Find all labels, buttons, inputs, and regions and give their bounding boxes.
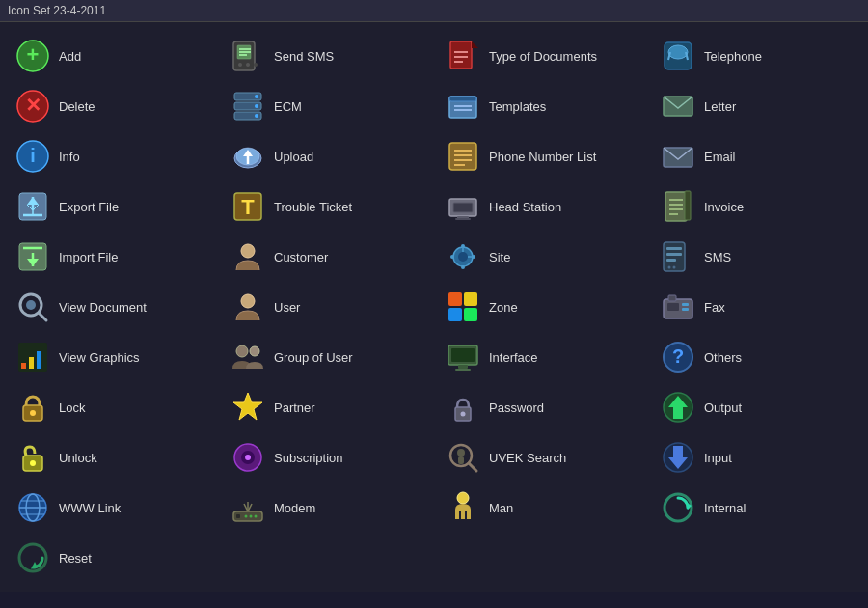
export-file-label: Export File [59,200,119,214]
icon-item-unlock[interactable]: Unlock [5,433,218,482]
icon-item-add[interactable]: +Add [5,32,218,80]
password-label: Password [489,401,544,415]
icon-item-site[interactable]: Site [435,233,648,281]
view-graphics-label: View Graphics [59,350,140,365]
upload-label: Upload [274,150,313,164]
invoice-label: Invoice [704,200,744,214]
reset-icon [14,539,51,576]
svg-point-79 [673,266,676,269]
delete-icon: ✕ [14,88,51,124]
icon-item-fax[interactable]: Fax [650,283,863,331]
svg-point-136 [457,492,469,504]
svg-point-9 [254,63,258,67]
icon-item-import-file[interactable]: Import File [5,233,218,281]
icon-item-send-sms[interactable]: Send SMS [220,32,433,80]
icon-item-ecm[interactable]: ECM [220,82,433,130]
interface-label: Interface [489,350,538,365]
icon-item-view-document[interactable]: View Document [5,283,218,331]
icon-item-uvek-search[interactable]: UVEK Search [435,433,648,482]
icon-item-head-station[interactable]: Head Station [435,182,648,231]
send-sms-icon [230,38,266,74]
icon-item-others[interactable]: ?Others [650,333,863,381]
icon-item-letter[interactable]: Letter [650,82,863,130]
svg-rect-101 [458,365,468,369]
email-icon [660,138,696,175]
svg-point-7 [238,63,242,67]
icon-item-sms[interactable]: SMS [650,233,863,281]
icon-item-modem[interactable]: Modem [220,484,433,532]
svg-point-67 [458,252,468,262]
info-icon: i [14,138,51,175]
customer-label: Customer [274,250,328,264]
icon-item-partner[interactable]: Partner [220,383,433,431]
icon-item-info[interactable]: iInfo [5,132,218,180]
man-label: Man [489,501,513,515]
icon-item-user[interactable]: User [220,283,433,331]
import-file-icon [14,238,51,275]
icon-item-type-of-documents[interactable]: Type of Documents [435,32,648,80]
head-station-label: Head Station [489,200,561,214]
trouble-ticket-icon: T [230,188,266,225]
icon-item-upload[interactable]: Upload [220,132,433,180]
svg-rect-84 [448,292,462,306]
subscription-icon [230,439,266,476]
ecm-icon [230,88,266,124]
svg-text:?: ? [672,345,684,367]
svg-rect-90 [682,303,689,306]
icon-item-email[interactable]: Email [650,132,863,180]
export-file-icon [14,188,51,225]
svg-point-131 [250,515,253,518]
type-of-documents-label: Type of Documents [489,49,597,64]
icon-grid: +AddSend SMSType of DocumentsTelephone✕D… [0,22,868,592]
icon-item-delete[interactable]: ✕Delete [5,82,218,130]
svg-rect-94 [21,363,26,369]
svg-point-116 [245,455,251,460]
icon-item-templates[interactable]: Templates [435,82,648,130]
unlock-icon [14,439,51,476]
svg-rect-87 [464,308,477,321]
icon-item-telephone[interactable]: Telephone [650,32,863,80]
icon-item-group-of-user[interactable]: Group of User [220,333,433,381]
svg-rect-102 [455,369,471,371]
upload-icon [230,138,266,175]
modem-label: Modem [274,501,315,515]
icon-item-interface[interactable]: Interface [435,333,648,381]
icon-item-output[interactable]: Output [650,383,863,431]
icon-item-subscription[interactable]: Subscription [220,433,433,482]
svg-marker-107 [233,393,262,420]
icon-item-lock[interactable]: Lock [5,383,218,431]
icon-item-internal[interactable]: Internal [650,484,863,532]
unlock-label: Unlock [59,451,97,465]
svg-point-70 [461,265,465,269]
svg-point-82 [26,300,36,310]
icon-item-www-link[interactable]: WWW Link [5,484,218,532]
icon-item-zone[interactable]: Zone [435,283,648,331]
icon-item-customer[interactable]: Customer [220,233,433,281]
zone-icon [445,289,481,325]
svg-rect-96 [37,351,41,369]
svg-text:+: + [27,42,40,67]
icon-item-password[interactable]: Password [435,383,648,431]
password-icon [445,389,481,426]
invoice-icon [660,188,696,225]
svg-rect-92 [668,295,676,301]
view-document-icon [14,289,51,325]
icon-item-trouble-ticket[interactable]: TTrouble Ticket [220,182,433,231]
svg-point-130 [245,515,248,518]
icon-item-input[interactable]: Input [650,433,863,482]
svg-rect-76 [666,253,682,256]
svg-rect-55 [665,192,687,221]
icon-item-export-file[interactable]: Export File [5,182,218,231]
output-label: Output [704,401,742,415]
icon-item-view-graphics[interactable]: View Graphics [5,333,218,381]
interface-icon [445,339,481,375]
icon-item-reset[interactable]: Reset [5,534,218,582]
svg-point-8 [246,63,250,67]
site-label: Site [489,250,510,264]
lock-icon [14,389,51,426]
icon-item-phone-number-list[interactable]: Phone Number List [435,132,648,180]
icon-item-invoice[interactable]: Invoice [650,182,863,231]
icon-item-man[interactable]: Man [435,484,648,532]
templates-label: Templates [489,99,546,114]
svg-rect-10 [450,41,472,69]
